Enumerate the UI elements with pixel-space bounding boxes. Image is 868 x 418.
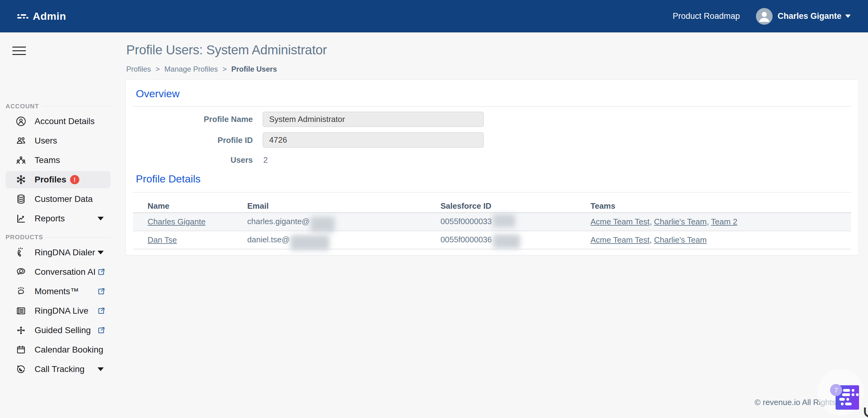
caret-down-icon[interactable] bbox=[845, 14, 851, 18]
corner-widget-fragment bbox=[864, 408, 868, 417]
sidebar-item-ringdna-live[interactable]: RingDNA Live bbox=[5, 302, 111, 320]
sidebar-item-ringdna-dialer[interactable]: RingDNA Dialer bbox=[5, 244, 111, 261]
team-link[interactable]: Charlie's Team, bbox=[654, 217, 709, 226]
column-header-teams: Teams bbox=[590, 201, 851, 211]
sidebar-item-conversation-ai[interactable]: Conversation AI bbox=[5, 263, 111, 280]
sidebar-item-users[interactable]: Users bbox=[5, 132, 111, 149]
users-icon bbox=[16, 135, 27, 146]
salesforce-id-visible: 0055f0000033 bbox=[440, 216, 492, 226]
teams-icon bbox=[16, 155, 27, 166]
user-avatar[interactable] bbox=[756, 8, 773, 25]
profile-users-table: Name Email Salesforce ID Teams Charles G… bbox=[133, 200, 851, 249]
sidebar-item-teams[interactable]: Teams bbox=[5, 152, 111, 169]
email-visible: charles.gigante@ bbox=[247, 216, 310, 226]
redacted-text bbox=[493, 234, 520, 248]
external-link-icon[interactable] bbox=[97, 306, 105, 315]
redacted-text bbox=[311, 217, 335, 232]
sidebar-section-products: PRODUCTS bbox=[5, 234, 111, 241]
page-title: Profile Users: System Administrator bbox=[126, 42, 327, 57]
moments-icon bbox=[16, 286, 27, 297]
sidebar-item-profiles[interactable]: Profiles ! bbox=[5, 171, 111, 188]
team-link[interactable]: Charlie's Team bbox=[654, 235, 707, 244]
profile-id-field[interactable] bbox=[263, 132, 484, 148]
product-roadmap-link[interactable]: Product Roadmap bbox=[673, 11, 740, 21]
profile-id-label: Profile ID bbox=[126, 136, 253, 145]
top-bar: Admin Product Roadmap Charles Gigante bbox=[0, 0, 868, 32]
calendar-booking-icon bbox=[16, 344, 27, 355]
team-link[interactable]: Acme Team Test, bbox=[590, 235, 652, 244]
team-link[interactable]: Acme Team Test, bbox=[590, 217, 652, 226]
breadcrumb: Profiles > Manage Profiles > Profile Use… bbox=[126, 65, 277, 73]
content-card: Overview Profile Name Profile ID Users 2… bbox=[125, 79, 859, 255]
email-visible: daniel.tse@ bbox=[247, 235, 290, 244]
person-icon bbox=[756, 8, 773, 25]
redacted-text bbox=[493, 214, 515, 227]
revenue-logo-icon bbox=[17, 14, 28, 19]
user-menu[interactable]: Charles Gigante bbox=[778, 11, 841, 21]
notification-badge: 7 bbox=[830, 384, 842, 396]
sidebar-section-account: ACCOUNT bbox=[5, 103, 111, 110]
caret-down-icon[interactable] bbox=[97, 217, 104, 220]
column-header-email: Email bbox=[247, 201, 440, 211]
brand[interactable]: Admin bbox=[17, 10, 66, 22]
profile-details-heading: Profile Details bbox=[136, 173, 200, 185]
sidebar-item-moments[interactable]: Moments™ bbox=[5, 283, 111, 300]
account-details-icon bbox=[16, 116, 27, 127]
users-count: 2 bbox=[263, 155, 268, 165]
call-tracking-icon bbox=[16, 364, 27, 375]
breadcrumb-separator: > bbox=[156, 65, 160, 73]
external-link-icon[interactable] bbox=[97, 326, 105, 335]
profile-name-label: Profile Name bbox=[126, 115, 253, 124]
sidebar-item-account-details[interactable]: Account Details bbox=[5, 113, 111, 130]
table-header-row: Name Email Salesforce ID Teams bbox=[133, 200, 851, 213]
table-row: Dan Tse daniel.tse@ 0055f0000036 Acme Te… bbox=[133, 231, 851, 249]
breadcrumb-separator: > bbox=[222, 65, 227, 73]
overview-heading: Overview bbox=[136, 88, 180, 100]
divider bbox=[133, 192, 851, 192]
user-link[interactable]: Charles Gigante bbox=[148, 217, 206, 226]
chat-widget-button[interactable]: 7 bbox=[836, 385, 859, 410]
caret-down-icon[interactable] bbox=[97, 367, 104, 371]
external-link-icon[interactable] bbox=[97, 287, 105, 296]
users-label: Users bbox=[126, 155, 253, 165]
reports-icon bbox=[16, 213, 27, 224]
caret-down-icon[interactable] bbox=[97, 251, 104, 255]
sidebar-item-customer-data[interactable]: Customer Data bbox=[5, 190, 111, 208]
sidebar-item-reports[interactable]: Reports bbox=[5, 210, 111, 227]
conversation-ai-icon bbox=[16, 266, 27, 277]
column-header-salesforce-id: Salesforce ID bbox=[440, 201, 590, 211]
external-link-icon[interactable] bbox=[97, 268, 105, 276]
table-row: Charles Gigante charles.gigante@ 0055f00… bbox=[133, 213, 851, 231]
column-header-name: Name bbox=[133, 201, 247, 211]
profiles-icon bbox=[16, 174, 27, 185]
menu-toggle-icon[interactable] bbox=[12, 47, 26, 58]
profile-name-field[interactable] bbox=[263, 112, 484, 127]
breadcrumb-profiles[interactable]: Profiles bbox=[126, 65, 151, 73]
alert-badge: ! bbox=[70, 175, 79, 184]
dialer-icon bbox=[16, 247, 27, 258]
salesforce-id-visible: 0055f0000036 bbox=[440, 235, 492, 244]
sidebar-item-calendar-booking[interactable]: Calendar Booking bbox=[5, 341, 111, 358]
user-link[interactable]: Dan Tse bbox=[148, 235, 177, 244]
sidebar-item-call-tracking[interactable]: Call Tracking bbox=[5, 361, 111, 378]
redacted-text bbox=[290, 235, 329, 250]
sidebar-item-guided-selling[interactable]: Guided Selling bbox=[5, 322, 111, 339]
team-link[interactable]: Team 2 bbox=[711, 217, 737, 226]
guided-selling-icon bbox=[16, 325, 27, 336]
app-title: Admin bbox=[33, 10, 66, 22]
customer-data-icon bbox=[16, 193, 27, 205]
sidebar: ACCOUNT Account Details Users Teams Prof… bbox=[0, 32, 111, 418]
divider bbox=[133, 106, 851, 107]
ringdna-live-icon bbox=[16, 305, 27, 317]
breadcrumb-manage-profiles[interactable]: Manage Profiles bbox=[164, 65, 218, 73]
breadcrumb-current: Profile Users bbox=[231, 65, 277, 73]
